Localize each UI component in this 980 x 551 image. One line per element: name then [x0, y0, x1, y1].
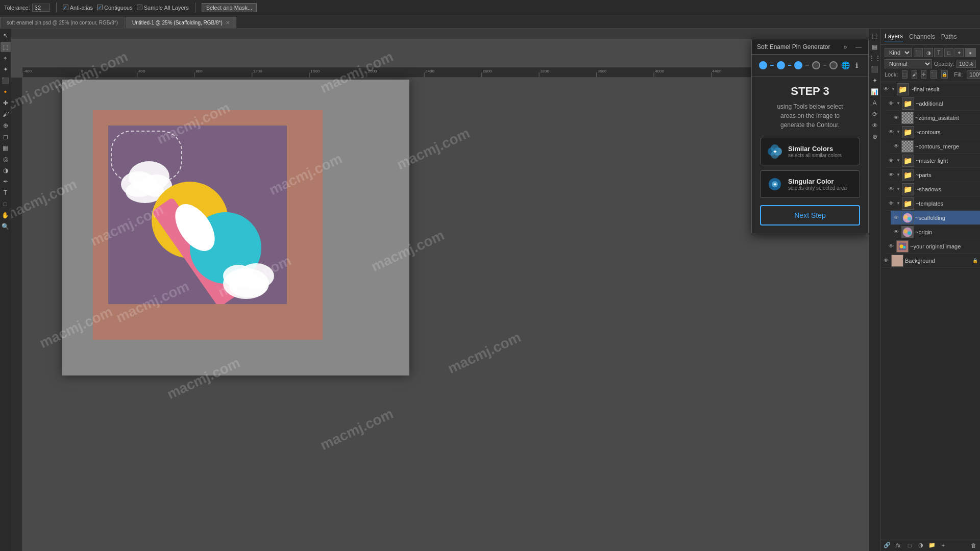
contiguous-check[interactable] [97, 5, 103, 10]
fill-input[interactable] [967, 70, 980, 79]
blend-mode-dropdown[interactable]: Normal [885, 59, 932, 68]
tab-1-close[interactable]: ✕ [226, 20, 230, 26]
right-tool-eye[interactable]: 👁 [870, 120, 880, 131]
filter-icon-shape[interactable]: □ [944, 48, 953, 57]
layer-zoning[interactable]: 👁 ~zoning_assitatnt [891, 111, 980, 125]
layer-style-btn[interactable]: fx [894, 541, 903, 550]
layer-final-result[interactable]: 👁 ▼ 📁 ~final result [880, 82, 980, 96]
layer-contours[interactable]: 👁 ▼ 📁 ~contours [886, 125, 980, 139]
plugin-info-icon[interactable]: ℹ [852, 61, 861, 70]
right-tool-4[interactable]: ⬛ [870, 64, 880, 74]
kind-dropdown[interactable]: Kind [885, 48, 912, 57]
tolerance-input[interactable] [32, 4, 50, 12]
lock-all[interactable]: 🔒 [941, 70, 948, 79]
eye-templates[interactable]: 👁 [888, 200, 895, 207]
lock-artboard[interactable]: ⬛ [930, 70, 937, 79]
lock-transparency[interactable]: ⬚ [902, 70, 908, 79]
plugin-globe-icon[interactable]: 🌐 [841, 61, 850, 70]
new-layer-btn[interactable]: + [939, 541, 948, 550]
anti-alias-checkbox[interactable]: Anti-alias [63, 5, 93, 11]
right-tool-7[interactable]: A [870, 98, 880, 108]
right-tool-6[interactable]: 📊 [870, 87, 880, 97]
arrow-parts[interactable]: ▼ [896, 172, 900, 177]
next-step-button[interactable]: Next Step [760, 205, 860, 226]
eyedropper-tool[interactable]: 🔸 [1, 87, 11, 97]
eye-scaffolding[interactable]: 👁 [893, 214, 900, 221]
shape-tool[interactable]: □ [1, 199, 11, 209]
layer-group-btn[interactable]: 📁 [927, 541, 937, 550]
hand-tool[interactable]: ✋ [1, 210, 11, 220]
filter-toggle[interactable]: ● [965, 48, 976, 57]
adjustment-layer-btn[interactable]: ◑ [916, 541, 925, 550]
filter-icon-smart[interactable]: ✦ [954, 48, 964, 57]
right-tool-3[interactable]: ⋮⋮ [870, 53, 880, 63]
eye-origin[interactable]: 👁 [893, 229, 900, 236]
right-tool-9[interactable]: ⊕ [870, 132, 880, 142]
crop-tool[interactable]: ⬛ [1, 76, 11, 86]
sample-all-check[interactable] [137, 5, 142, 10]
layer-shadows[interactable]: 👁 ▼ 📁 ~shadows [886, 182, 980, 196]
eye-additional[interactable]: 👁 [888, 100, 895, 107]
tab-layers[interactable]: Layers [885, 32, 903, 41]
tab-paths[interactable]: Paths [941, 32, 957, 41]
right-tool-2[interactable]: ▦ [870, 42, 880, 52]
eye-original-image[interactable]: 👁 [888, 243, 895, 250]
progress-dot-3[interactable] [794, 61, 802, 69]
singular-color-button[interactable]: ✦ Singular Color selects only selected a… [760, 170, 860, 198]
plugin-close-btn[interactable]: — [854, 42, 863, 52]
anti-alias-check[interactable] [63, 5, 68, 10]
arrow-additional[interactable]: ▼ [896, 101, 900, 106]
text-tool[interactable]: T [1, 188, 11, 198]
layer-contours-merge[interactable]: 👁 ~contours_merge [891, 139, 980, 154]
eye-background[interactable]: 👁 [883, 257, 890, 264]
arrow-templates[interactable]: ▼ [896, 201, 900, 206]
eye-master-light[interactable]: 👁 [888, 157, 895, 164]
sample-all-checkbox[interactable]: Sample All Layers [137, 5, 189, 11]
delete-layer-btn[interactable]: 🗑 [969, 541, 978, 550]
eye-final-result[interactable]: 👁 [883, 86, 890, 93]
lock-image[interactable]: 🖌 [912, 70, 917, 79]
filter-icon-pixel[interactable]: ⬛ [914, 48, 923, 57]
layer-templates[interactable]: 👁 ▼ 📁 ~templates [886, 196, 980, 211]
eye-contours[interactable]: 👁 [888, 129, 895, 136]
dodge-tool[interactable]: ◑ [1, 165, 11, 176]
pen-tool[interactable]: ✒ [1, 177, 11, 187]
clone-tool[interactable]: ⊕ [1, 120, 11, 131]
arrow-master-light[interactable]: ▼ [896, 158, 900, 163]
progress-dot-1[interactable] [759, 61, 767, 69]
blur-tool[interactable]: ◎ [1, 154, 11, 164]
layer-master-light[interactable]: 👁 ▼ 📁 ~master light [886, 154, 980, 168]
tab-0[interactable]: soft enamel pin.psd @ 25% (no contour, R… [0, 17, 125, 28]
eye-parts[interactable]: 👁 [888, 171, 895, 179]
arrow-final-result[interactable]: ▼ [891, 87, 895, 91]
selection-tool[interactable]: ⬚ [1, 42, 11, 52]
filter-icon-type[interactable]: T [934, 48, 943, 57]
contiguous-checkbox[interactable]: Contiguous [97, 5, 133, 11]
lasso-tool[interactable]: ⌖ [1, 53, 11, 63]
progress-dot-2[interactable] [777, 61, 785, 69]
layer-scaffolding[interactable]: 👁 ~scaffolding [891, 211, 980, 225]
eraser-tool[interactable]: ◻ [1, 132, 11, 142]
arrow-contours[interactable]: ▼ [896, 130, 900, 134]
eye-zoning[interactable]: 👁 [893, 114, 900, 121]
brush-tool[interactable]: 🖌 [1, 109, 11, 119]
zoom-tool[interactable]: 🔍 [1, 221, 11, 232]
tab-1[interactable]: Untitled-1 @ 25% (Scaffolding, RGB/8*) ✕ [126, 17, 236, 28]
eye-shadows[interactable]: 👁 [888, 186, 895, 193]
eye-contours-merge[interactable]: 👁 [893, 143, 900, 150]
similar-colors-button[interactable]: ✦ Similar Colors selects all similar col… [760, 138, 860, 165]
link-layers-btn[interactable]: 🔗 [883, 541, 892, 550]
arrow-shadows[interactable]: ▼ [896, 187, 900, 191]
tab-channels[interactable]: Channels [909, 32, 935, 41]
layer-background[interactable]: 👁 Background 🔒 [880, 254, 980, 268]
progress-dot-5[interactable] [829, 61, 838, 69]
layer-parts[interactable]: 👁 ▼ 📁 ~parts [886, 168, 980, 182]
layer-original-image[interactable]: 👁 ~your original image [886, 239, 980, 254]
opacity-input[interactable] [957, 60, 976, 68]
right-tool-1[interactable]: ⬚ [870, 31, 880, 41]
move-tool[interactable]: ↖ [1, 31, 11, 41]
layer-additional[interactable]: 👁 ▼ 📁 ~additional [886, 96, 980, 111]
plugin-expand-btn[interactable]: » [841, 42, 850, 52]
right-tool-8[interactable]: ⟳ [870, 109, 880, 119]
layer-origin[interactable]: 👁 ~origin [891, 225, 980, 239]
